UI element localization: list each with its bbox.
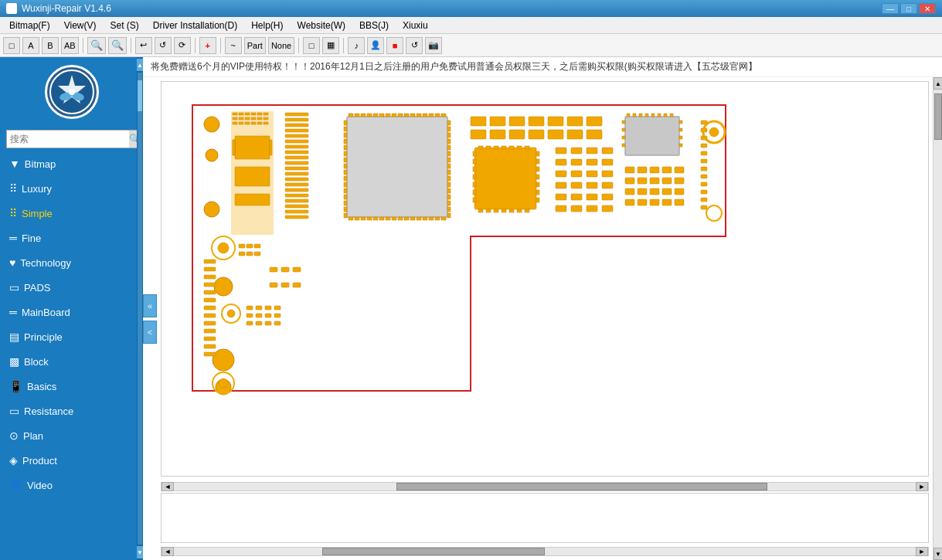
menu-item-menu-view[interactable]: View(V) bbox=[58, 19, 103, 32]
toolbar-rect-btn[interactable]: □ bbox=[3, 37, 20, 54]
svg-rect-171 bbox=[587, 159, 597, 165]
app-icon bbox=[6, 3, 17, 14]
menu-item-menu-xiuxiu[interactable]: Xiuxiu bbox=[396, 19, 434, 32]
svg-rect-33 bbox=[270, 140, 272, 155]
svg-rect-281 bbox=[701, 190, 707, 194]
svg-rect-61 bbox=[367, 114, 372, 117]
bottom-hscroll-track[interactable] bbox=[174, 548, 916, 555]
svg-rect-35 bbox=[233, 140, 235, 155]
svg-point-8 bbox=[204, 202, 219, 217]
sidebar-scroll-up[interactable]: ▲ bbox=[137, 59, 143, 71]
pcb-canvas[interactable] bbox=[161, 81, 929, 477]
svg-rect-18 bbox=[264, 113, 268, 115]
svg-rect-138 bbox=[473, 159, 476, 164]
svg-rect-65 bbox=[392, 114, 396, 117]
svg-rect-189 bbox=[625, 117, 679, 155]
menu-item-menu-bitmap[interactable]: Bitmap(F) bbox=[3, 19, 56, 32]
svg-rect-118 bbox=[447, 195, 451, 199]
search-box[interactable]: 🔍 bbox=[6, 130, 137, 148]
svg-rect-247 bbox=[204, 337, 216, 341]
bottom-hscroll-left[interactable]: ◄ bbox=[162, 547, 174, 556]
minimize-button[interactable]: — bbox=[882, 3, 899, 14]
svg-rect-16 bbox=[251, 113, 256, 115]
toolbar-square-btn[interactable]: □ bbox=[303, 37, 320, 54]
sidebar-item-simple[interactable]: ⠿ Simple bbox=[0, 201, 143, 226]
vscroll-track[interactable] bbox=[933, 90, 942, 548]
toolbar-ab-btn[interactable]: AB bbox=[61, 37, 79, 54]
svg-rect-39 bbox=[285, 124, 308, 127]
svg-rect-104 bbox=[344, 207, 347, 212]
pcb-hscroll-right[interactable]: ► bbox=[916, 482, 928, 491]
sidebar-scrollbar[interactable]: ▲ ▼ bbox=[137, 57, 143, 560]
toolbar-fill-btn[interactable]: ■ bbox=[386, 37, 403, 54]
sidebar-item-block[interactable]: ▩ Block bbox=[0, 349, 143, 374]
sidebar-item-video[interactable]: 👤 Video bbox=[0, 473, 143, 497]
sidebar-item-resistance[interactable]: ▭ Resistance bbox=[0, 399, 143, 423]
sidebar-item-luxury[interactable]: ⠿ Luxury bbox=[0, 176, 143, 201]
svg-rect-205 bbox=[679, 144, 682, 147]
menu-item-menu-driver[interactable]: Driver Installation(D) bbox=[147, 19, 243, 32]
svg-rect-259 bbox=[256, 306, 262, 310]
bottom-hscrollbar[interactable]: ◄ ► bbox=[161, 547, 929, 556]
toolbar-b-btn[interactable]: B bbox=[42, 37, 59, 54]
main-layout: 🔍 ▼ Bitmap ⠿ Luxury ⠿ Simple ═ Fine ♥ bbox=[0, 57, 942, 560]
svg-rect-45 bbox=[285, 156, 308, 159]
pcb-hscroll-track[interactable] bbox=[174, 483, 916, 490]
pcb-hscroll-left[interactable]: ◄ bbox=[162, 482, 174, 491]
sidebar-item-basics[interactable]: 📱 Basics bbox=[0, 374, 143, 399]
sidebar-item-mainboard[interactable]: ═ MainBoard bbox=[0, 300, 143, 324]
sidebar-item-technology[interactable]: ♥ Technology bbox=[0, 250, 143, 275]
svg-rect-183 bbox=[587, 194, 597, 200]
pcb-hscrollbar[interactable]: ◄ ► bbox=[161, 482, 929, 491]
sidebar-item-bitmap[interactable]: ▼ Bitmap bbox=[0, 151, 143, 176]
collapse-up-btn[interactable]: < bbox=[143, 321, 157, 344]
menu-item-menu-bbs[interactable]: BBS(J) bbox=[353, 19, 395, 32]
svg-rect-58 bbox=[349, 114, 353, 117]
toolbar-user-btn[interactable]: 👤 bbox=[367, 37, 384, 54]
svg-point-230 bbox=[218, 243, 229, 253]
vscroll-down-btn[interactable]: ▼ bbox=[933, 548, 942, 560]
toolbar-zoomin-btn[interactable]: 🔍 bbox=[87, 37, 106, 54]
search-input[interactable] bbox=[7, 131, 129, 148]
svg-rect-182 bbox=[571, 194, 582, 200]
toolbar-wave-btn[interactable]: ~ bbox=[225, 37, 242, 54]
close-button[interactable]: ✕ bbox=[919, 3, 936, 14]
svg-rect-70 bbox=[423, 114, 427, 117]
toolbar-refresh-btn[interactable]: ⟳ bbox=[174, 37, 191, 54]
svg-rect-268 bbox=[265, 321, 271, 325]
svg-rect-266 bbox=[247, 321, 253, 325]
maximize-button[interactable]: □ bbox=[900, 3, 917, 14]
toolbar-undo-btn[interactable]: ↩ bbox=[135, 37, 152, 54]
vscroll-up-btn[interactable]: ▲ bbox=[933, 77, 942, 90]
svg-rect-62 bbox=[373, 114, 378, 117]
collapse-left-btn[interactable]: « bbox=[143, 294, 157, 317]
toolbar-plus-btn[interactable]: + bbox=[199, 37, 216, 54]
toolbar-part-btn[interactable]: Part bbox=[244, 37, 266, 54]
sidebar-item-fine[interactable]: ═ Fine bbox=[0, 226, 143, 250]
sidebar-item-plan[interactable]: ⊙ Plan bbox=[0, 423, 143, 448]
toolbar-reset-btn[interactable]: ↺ bbox=[406, 37, 423, 54]
simple-icon: ⠿ bbox=[9, 207, 17, 219]
toolbar-camera-btn[interactable]: 📷 bbox=[425, 37, 442, 54]
right-vscrollbar[interactable]: ▲ ▼ bbox=[933, 77, 942, 560]
toolbar-none-btn[interactable]: None bbox=[268, 37, 294, 54]
svg-rect-57 bbox=[347, 117, 447, 217]
sidebar-item-product[interactable]: ◈ Product bbox=[0, 448, 143, 473]
sidebar-item-principle[interactable]: ▤ Principle bbox=[0, 324, 143, 349]
sidebar-item-pads[interactable]: ▭ PADS bbox=[0, 275, 143, 300]
toolbar-a-btn[interactable]: A bbox=[22, 37, 39, 54]
menu-item-menu-website[interactable]: Website(W) bbox=[291, 19, 352, 32]
toolbar-zoomout-btn[interactable]: 🔍 bbox=[108, 37, 127, 54]
sidebar-item-basics-label: Basics bbox=[27, 381, 56, 392]
toolbar-sound-btn[interactable]: ♪ bbox=[348, 37, 365, 54]
menu-item-menu-help[interactable]: Help(H) bbox=[245, 19, 289, 32]
svg-rect-27 bbox=[245, 122, 250, 124]
svg-rect-269 bbox=[274, 321, 281, 325]
menu-item-menu-set[interactable]: Set (S) bbox=[104, 19, 145, 32]
toolbar-grid-btn[interactable]: ▦ bbox=[322, 37, 339, 54]
toolbar-redo-btn[interactable]: ↺ bbox=[155, 37, 172, 54]
svg-rect-89 bbox=[441, 217, 446, 220]
bottom-hscroll-right[interactable]: ► bbox=[916, 547, 928, 556]
sidebar-scroll-down[interactable]: ▼ bbox=[137, 546, 143, 558]
svg-rect-67 bbox=[404, 114, 409, 117]
